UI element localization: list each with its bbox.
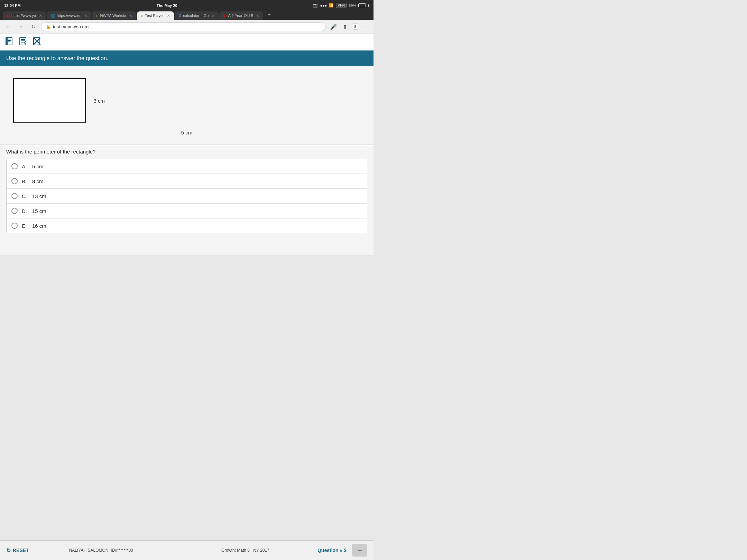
tab-close-nwea1[interactable]: ✕ [129,14,132,18]
back-button[interactable]: ← [3,22,13,31]
forward-button[interactable]: → [16,22,26,31]
notes-icon[interactable] [19,37,28,48]
tabs-count-button[interactable]: 8 [352,24,358,30]
wifi-icon: 📶 [329,3,334,8]
radio-e[interactable] [11,223,18,229]
choices-container: A. 5 cm B. 8 cm C. 13 cm D. 15 cm E. [6,159,367,233]
tab-label-calc: calculator – Go [183,13,209,18]
choice-value-d: 15 cm [32,208,46,214]
battery-tip [368,4,369,7]
new-tab-button[interactable]: + [264,9,274,20]
lock-icon: 🔒 [46,25,51,29]
browser-chrome: 12:04 PM Thu May 20 📷 ●●● 📶 VPN 69% ▶ ht… [0,0,374,20]
tab-en1[interactable]: 🌐 https://www.en ✕ [47,11,92,20]
choice-letter-c: C. [22,193,29,199]
tab-close-yt1[interactable]: ✕ [39,14,42,18]
nwea-favicon-2: n [141,14,143,18]
answer-section: What is the perimeter of the rectangle? … [0,145,374,240]
nwea-favicon-1: n [96,14,98,18]
banner-text: Use the rectangle to answer the question… [6,55,108,61]
choice-value-a: 5 cm [32,164,44,169]
address-bar: ← → ↻ 🔒 test.mapnwea.org 🎤 ⬆ 8 ⋯ [0,20,374,34]
rectangle-figure: 3 cm [13,78,86,123]
choice-letter-d: D. [22,208,29,214]
battery-icon [358,3,366,7]
choice-value-b: 8 cm [32,178,44,184]
rectangle-shape [13,78,86,123]
question-text: What is the perimeter of the rectangle? [6,149,367,155]
radio-b[interactable] [11,178,18,184]
camera-icon: 📷 [313,3,318,8]
more-button[interactable]: ⋯ [360,22,370,31]
reload-button[interactable]: ↻ [28,22,38,31]
choice-value-e: 16 cm [32,223,46,229]
tab-label-nwea1: NWEA Worksta [100,13,127,18]
choice-b[interactable]: B. 8 cm [7,174,367,189]
status-icons: 📷 ●●● 📶 VPN 69% [313,3,369,8]
page-content: Use the rectangle to answer the question… [0,34,374,255]
choice-e[interactable]: E. 16 cm [7,218,367,233]
url-text: test.mapnwea.org [53,24,89,29]
tab-label-en1: https://www.en [57,13,82,18]
tab-yt2[interactable]: ▶ A 9-Year-Old B ✕ [219,11,263,20]
status-bar: 12:04 PM Thu May 20 📷 ●●● 📶 VPN 69% [3,2,371,9]
share-button[interactable]: ⬆ [340,22,350,31]
svg-rect-1 [6,37,8,45]
tab-close-calc[interactable]: ✕ [212,14,214,18]
day-display: Thu May 20 [157,3,177,8]
tab-close-en1[interactable]: ✕ [84,14,87,18]
tab-test-player[interactable]: n Test Player ✕ [137,11,174,20]
google-favicon: G [179,14,182,18]
choice-letter-a: A. [22,164,29,169]
toolbar [0,34,374,51]
radio-a[interactable] [11,163,18,169]
url-bar[interactable]: 🔒 test.mapnwea.org [41,22,326,31]
tab-yt1[interactable]: ▶ https://www.yo ✕ [3,11,46,20]
tab-nwea1[interactable]: n NWEA Worksta ✕ [92,11,136,20]
figure-area: 3 cm 5 cm [0,66,374,145]
globe-favicon-1: 🌐 [51,14,55,18]
tab-close-test[interactable]: ✕ [167,14,170,18]
radio-c[interactable] [11,193,18,199]
choice-d[interactable]: D. 15 cm [7,204,367,218]
eliminate-icon[interactable] [33,37,42,48]
tabs-bar: ▶ https://www.yo ✕ 🌐 https://www.en ✕ n … [3,9,371,20]
microphone-button[interactable]: 🎤 [329,22,338,31]
width-label: 5 cm [13,130,360,136]
choice-value-c: 13 cm [32,193,46,199]
height-label: 3 cm [93,98,105,104]
choice-letter-e: E. [22,223,29,229]
choice-a[interactable]: A. 5 cm [7,159,367,174]
bookmark-icon[interactable] [5,37,14,48]
yt-favicon-2: ▶ [223,14,226,18]
tab-label-test: Test Player [145,13,164,18]
vpn-badge: VPN [336,3,347,8]
yt-favicon-1: ▶ [7,14,10,18]
question-banner: Use the rectangle to answer the question… [0,51,374,66]
tab-close-yt2[interactable]: ✕ [256,14,259,18]
signal-icon: ●●● [320,3,327,8]
address-actions: 🎤 ⬆ 8 ⋯ [329,22,370,31]
tab-label-yt1: https://www.yo [11,13,36,18]
battery-percentage: 69% [349,3,356,8]
tab-label-yt2: A 9-Year-Old B [228,13,253,18]
choice-letter-b: B. [22,178,29,184]
time-display: 12:04 PM [4,3,21,8]
tab-calc[interactable]: G calculator – Go ✕ [175,11,219,20]
radio-d[interactable] [11,208,18,214]
choice-c[interactable]: C. 13 cm [7,189,367,204]
